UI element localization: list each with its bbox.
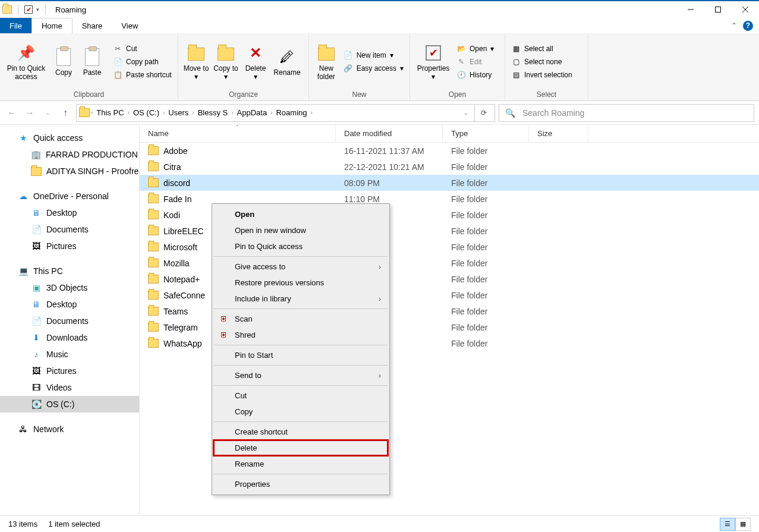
- nav-videos[interactable]: 🎞Videos: [0, 379, 139, 396]
- select-none-button[interactable]: ▢Select none: [509, 56, 575, 68]
- select-all-button[interactable]: ▦Select all: [509, 43, 575, 55]
- folder-icon: [148, 162, 159, 171]
- nav-os-c[interactable]: 💽OS (C:): [0, 396, 139, 413]
- cut-button[interactable]: ✂Cut: [111, 43, 174, 55]
- paste-shortcut-button[interactable]: 📋Paste shortcut: [111, 69, 174, 81]
- history-button[interactable]: 🕘History: [454, 69, 496, 81]
- ctx-create-shortcut[interactable]: Create shortcut: [213, 424, 388, 440]
- tab-view[interactable]: View: [112, 18, 147, 33]
- ctx-open[interactable]: Open: [213, 206, 388, 222]
- delete-label: Delete▾: [245, 64, 266, 81]
- nav-3d-objects[interactable]: ▣3D Objects: [0, 279, 139, 296]
- easy-access-button[interactable]: 🔗Easy access ▾: [341, 62, 406, 74]
- ctx-cut[interactable]: Cut: [213, 388, 388, 404]
- breadcrumb[interactable]: Roaming: [273, 108, 309, 117]
- collapse-ribbon-icon[interactable]: ⌃: [731, 21, 737, 30]
- ctx-scan[interactable]: ⛨Scan: [213, 311, 388, 327]
- minimize-button[interactable]: [677, 1, 704, 18]
- quick-access-caret-icon[interactable]: ▾: [36, 7, 39, 12]
- chevron-right-icon[interactable]: ›: [91, 109, 93, 116]
- copy-to-label: Copy to ▾: [213, 64, 239, 81]
- nav-this-pc[interactable]: 💻This PC: [0, 263, 139, 279]
- search-icon: 🔍: [505, 108, 515, 118]
- ctx-include-library[interactable]: Include in library›: [213, 291, 388, 307]
- row-name: Adobe: [163, 146, 187, 156]
- row-name: Mozilla: [163, 259, 190, 268]
- paste-button[interactable]: Paste: [78, 46, 106, 78]
- ctx-give-access[interactable]: Give access to›: [213, 259, 388, 275]
- new-item-button[interactable]: 📄New item ▾: [341, 49, 406, 61]
- col-date[interactable]: Date modified: [336, 125, 443, 142]
- col-name[interactable]: ˄Name: [140, 125, 336, 142]
- ctx-shred[interactable]: ⛨Shred: [213, 327, 388, 343]
- nav-onedrive[interactable]: ☁OneDrive - Personal: [0, 188, 139, 204]
- nav-recent-caret[interactable]: ⌄: [40, 106, 55, 120]
- table-row[interactable]: discord08:09 PMFile folder: [140, 175, 759, 191]
- table-row[interactable]: Citra22-12-2021 10:21 AMFile folder: [140, 159, 759, 175]
- nav-desktop[interactable]: 🖥Desktop: [0, 296, 139, 313]
- tab-home[interactable]: Home: [32, 18, 73, 33]
- close-button[interactable]: [732, 1, 759, 18]
- paste-shortcut-icon: 📋: [113, 70, 122, 80]
- breadcrumb[interactable]: AppData: [235, 108, 270, 117]
- ctx-rename[interactable]: Rename: [213, 456, 388, 472]
- view-thumbnails-toggle[interactable]: ▦: [735, 518, 751, 531]
- maximize-button[interactable]: [704, 1, 732, 18]
- properties-button[interactable]: ✔ Properties▾: [414, 42, 453, 82]
- nav-pictures[interactable]: 🖼Pictures: [0, 363, 139, 379]
- tab-file[interactable]: File: [0, 18, 32, 33]
- refresh-button[interactable]: ⟳: [474, 104, 492, 122]
- tab-share[interactable]: Share: [73, 18, 112, 33]
- search-input[interactable]: 🔍 Search Roaming: [499, 104, 754, 122]
- ctx-open-new-window[interactable]: Open in new window: [213, 222, 388, 238]
- ctx-restore-versions[interactable]: Restore previous versions: [213, 275, 388, 291]
- nav-farrad[interactable]: 🏢FARRAD PRODUCTION: [0, 146, 139, 163]
- nav-up-button[interactable]: ↑: [58, 106, 73, 120]
- rename-button[interactable]: 🖉 Rename: [271, 46, 303, 78]
- breadcrumb[interactable]: Users: [166, 108, 191, 117]
- ctx-pin-quick-access[interactable]: Pin to Quick access: [213, 238, 388, 254]
- copy-to-button[interactable]: Copy to ▾: [212, 42, 240, 82]
- copy-path-button[interactable]: 📄Copy path: [111, 56, 174, 68]
- nav-documents[interactable]: 📄Documents: [0, 313, 139, 329]
- copy-button[interactable]: Copy: [50, 46, 77, 78]
- nav-od-pictures[interactable]: 🖼Pictures: [0, 238, 139, 254]
- nav-music[interactable]: ♪Music: [0, 346, 139, 363]
- breadcrumb[interactable]: OS (C:): [131, 108, 162, 117]
- new-folder-button[interactable]: New folder: [313, 42, 340, 82]
- breadcrumb[interactable]: Blessy S: [196, 108, 231, 117]
- view-details-toggle[interactable]: ☰: [720, 518, 735, 531]
- copy-label: Copy: [55, 68, 72, 77]
- col-size[interactable]: Size: [529, 125, 588, 142]
- ctx-delete[interactable]: Delete: [213, 440, 388, 456]
- quick-access-props-icon[interactable]: ✔: [24, 5, 33, 14]
- address-dropdown-icon[interactable]: ⌄: [459, 110, 473, 116]
- ctx-pin-start[interactable]: Pin to Start: [213, 347, 388, 363]
- documents-icon: 📄: [31, 224, 42, 235]
- nav-od-documents[interactable]: 📄Documents: [0, 221, 139, 238]
- cube-icon: ▣: [31, 282, 42, 293]
- invert-selection-button[interactable]: ▤Invert selection: [509, 69, 575, 81]
- breadcrumb[interactable]: This PC: [94, 108, 126, 117]
- open-button[interactable]: 📂Open ▾: [454, 43, 496, 55]
- folder-icon: [148, 323, 159, 332]
- folder-icon: [148, 339, 159, 348]
- invert-selection-icon: ▤: [511, 70, 521, 80]
- ctx-send-to[interactable]: Send to›: [213, 367, 388, 383]
- nav-aditya[interactable]: ADITYA SINGH - Proofrea: [0, 163, 139, 180]
- nav-downloads[interactable]: ⬇Downloads: [0, 329, 139, 346]
- nav-quick-access[interactable]: ★Quick access: [0, 130, 139, 146]
- table-row[interactable]: Adobe16-11-2021 11:37 AMFile folder: [140, 143, 759, 159]
- address-bar[interactable]: › This PC› OS (C:)› Users› Blessy S› App…: [76, 104, 495, 122]
- col-type[interactable]: Type: [443, 125, 529, 142]
- help-icon[interactable]: ?: [743, 21, 753, 31]
- pin-to-quick-access-button[interactable]: 📌 Pin to Quick access: [4, 42, 49, 82]
- row-name: Microsoft: [163, 243, 197, 252]
- move-to-button[interactable]: Move to ▾: [182, 42, 210, 82]
- nav-network[interactable]: 🖧Network: [0, 421, 139, 437]
- ctx-properties[interactable]: Properties: [213, 476, 388, 492]
- delete-button[interactable]: ✕ Delete▾: [241, 42, 270, 82]
- nav-od-desktop[interactable]: 🖥Desktop: [0, 204, 139, 221]
- ctx-copy[interactable]: Copy: [213, 404, 388, 420]
- window-title: Roaming: [51, 5, 91, 14]
